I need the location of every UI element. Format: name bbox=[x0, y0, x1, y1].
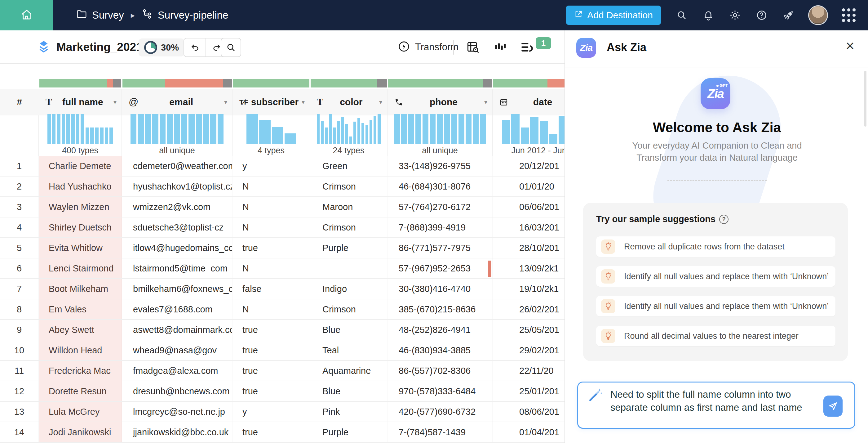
rocket-icon[interactable] bbox=[782, 9, 794, 21]
row-number[interactable]: 13 bbox=[0, 402, 39, 422]
user-avatar[interactable] bbox=[809, 6, 827, 24]
cell-full-name[interactable]: Jodi Janikowski bbox=[39, 422, 122, 442]
cell-date[interactable]: 01/01/20 bbox=[493, 177, 564, 196]
row-number[interactable]: 11 bbox=[0, 361, 39, 381]
cell-full-name[interactable]: Dorette Resun bbox=[39, 381, 122, 401]
cell-color[interactable]: Purple bbox=[310, 422, 388, 442]
cell-full-name[interactable]: Abey Swett bbox=[39, 320, 122, 340]
cell-subscriber[interactable]: N bbox=[232, 258, 310, 278]
column-menu-caret-icon[interactable]: ▾ bbox=[302, 98, 305, 106]
column-menu-caret-icon[interactable]: ▾ bbox=[379, 98, 382, 106]
cell-email[interactable]: sduetsche3@toplist-cz bbox=[122, 217, 232, 237]
breadcrumb-project[interactable]: Survey bbox=[76, 8, 124, 22]
home-button[interactable] bbox=[0, 0, 53, 30]
row-number[interactable]: 8 bbox=[0, 299, 39, 319]
column-header-phone[interactable]: phone▾ bbox=[388, 89, 493, 115]
cell-phone[interactable]: 970-(578)333-6484 bbox=[388, 381, 493, 401]
table-row[interactable]: 14Jodi Janikowskijjanikowskid@bbc.co.ukt… bbox=[0, 422, 564, 443]
cell-subscriber[interactable]: N bbox=[232, 217, 310, 237]
cell-phone[interactable]: 46-(684)301-8076 bbox=[388, 177, 493, 196]
table-row[interactable]: 7Boot Milkehambmilkeham6@foxnews_cofalse… bbox=[0, 279, 564, 299]
table-row[interactable]: 10Willdon Headwhead9@nasa@govtrueTeal46-… bbox=[0, 340, 564, 361]
column-histogram-subscriber[interactable]: 4 types bbox=[232, 115, 310, 156]
cell-color[interactable]: Purple bbox=[310, 238, 388, 258]
table-row[interactable]: 9Abey Swettaswett8@domainmark.comtrueBlu… bbox=[0, 320, 564, 340]
row-number[interactable]: 10 bbox=[0, 340, 39, 360]
breadcrumb-pipeline[interactable]: Survey-pipeline bbox=[142, 8, 228, 22]
suggestion-card[interactable]: Identify all null values and replace the… bbox=[596, 296, 835, 317]
cell-email[interactable]: bmilkeham6@foxnews_co bbox=[122, 279, 232, 299]
column-histogram-color[interactable]: 24 types bbox=[310, 115, 388, 156]
cell-full-name[interactable]: Evita Whitlow bbox=[39, 238, 122, 258]
cell-email[interactable]: fmadgea@alexa.com bbox=[122, 361, 232, 381]
cell-email[interactable]: cdemeter0@weather.com bbox=[122, 156, 232, 176]
applied-steps-icon[interactable] bbox=[520, 30, 534, 64]
cell-color[interactable]: Crimson bbox=[310, 217, 388, 237]
cell-phone[interactable]: 30-(380)416-4740 bbox=[388, 279, 493, 299]
cell-color[interactable]: Maroon bbox=[310, 197, 388, 217]
cell-phone[interactable]: 7-(868)399-4919 bbox=[388, 217, 493, 237]
cell-full-name[interactable]: Boot Milkeham bbox=[39, 279, 122, 299]
cell-color[interactable]: Green bbox=[310, 156, 388, 176]
suggestion-card[interactable]: Identify all null values and replace the… bbox=[596, 266, 835, 287]
cell-date[interactable]: 19/10/2k1 bbox=[493, 279, 564, 299]
cell-subscriber[interactable]: true bbox=[232, 238, 310, 258]
cell-date[interactable]: 01/04/201 bbox=[493, 422, 564, 442]
cell-color[interactable]: Crimson bbox=[310, 177, 388, 196]
cell-email[interactable]: lstairmond5@time_com bbox=[122, 258, 232, 278]
data-quality-pill[interactable]: 30% bbox=[138, 38, 184, 56]
cell-email[interactable]: evales7@1688.com bbox=[122, 299, 232, 319]
cell-email[interactable]: itlow4@hugedomains_com bbox=[122, 238, 232, 258]
cell-email[interactable]: hyushachkov1@toplist.cz bbox=[122, 177, 232, 196]
table-row[interactable]: 13Lula McGreylmcgreyc@so-net.ne.jpyPink4… bbox=[0, 402, 564, 422]
cell-date[interactable]: 16/03/201 bbox=[493, 217, 564, 237]
undo-button[interactable] bbox=[184, 38, 206, 56]
column-histogram-full-name[interactable]: 400 types bbox=[39, 115, 122, 156]
zia-prompt-input[interactable]: Need to split the full name column into … bbox=[577, 382, 855, 429]
suggestion-card[interactable]: Remove all duplicate rows from the datas… bbox=[596, 236, 835, 257]
cell-email[interactable]: lmcgreyc@so-net.ne.jp bbox=[122, 402, 232, 422]
cell-date[interactable]: 20/12/201 bbox=[493, 156, 564, 176]
column-menu-caret-icon[interactable]: ▾ bbox=[114, 98, 117, 106]
cell-full-name[interactable]: Lula McGrey bbox=[39, 402, 122, 422]
cell-date[interactable]: 29/02/201 bbox=[493, 340, 564, 360]
notifications-bell-icon[interactable] bbox=[703, 9, 714, 21]
cell-color[interactable]: Pink bbox=[310, 402, 388, 422]
cell-full-name[interactable]: Had Yushachko bbox=[39, 177, 122, 196]
cell-subscriber[interactable]: y bbox=[232, 402, 310, 422]
cell-subscriber[interactable]: N bbox=[232, 197, 310, 217]
column-stats-icon[interactable] bbox=[494, 30, 506, 64]
cell-phone[interactable]: 86-(771)577-7975 bbox=[388, 238, 493, 258]
column-header-date[interactable]: date▾ bbox=[493, 89, 564, 115]
table-row[interactable]: 1Charlie Demetecdemeter0@weather.comyGre… bbox=[0, 156, 564, 177]
cell-subscriber[interactable]: true bbox=[232, 340, 310, 360]
cell-subscriber[interactable]: true bbox=[232, 422, 310, 442]
cell-subscriber[interactable]: true bbox=[232, 361, 310, 381]
cell-date[interactable]: 13/09/2k1 bbox=[493, 258, 564, 278]
transform-button[interactable]: Transform bbox=[398, 30, 459, 64]
add-destination-button[interactable]: Add Destination bbox=[566, 6, 661, 25]
cell-phone[interactable]: 7-(784)587-1439 bbox=[388, 422, 493, 442]
column-histogram-date[interactable]: Jun 2012 - Jun bbox=[493, 115, 564, 156]
cell-color[interactable]: Aquamarine bbox=[310, 361, 388, 381]
send-button[interactable] bbox=[824, 395, 843, 417]
help-icon[interactable] bbox=[756, 9, 768, 21]
cell-date[interactable]: 25/01/201 bbox=[493, 381, 564, 401]
close-icon[interactable]: × bbox=[846, 37, 855, 54]
table-row[interactable]: 5Evita Whitlowitlow4@hugedomains_comtrue… bbox=[0, 238, 564, 258]
search-icon[interactable] bbox=[676, 9, 688, 21]
row-number[interactable]: 9 bbox=[0, 320, 39, 340]
row-number[interactable]: 14 bbox=[0, 422, 39, 442]
table-row[interactable]: 4Shirley Duetschsduetsche3@toplist-czNCr… bbox=[0, 217, 564, 238]
cell-color[interactable]: Crimson bbox=[310, 299, 388, 319]
table-row[interactable]: 8Em Valesevales7@1688.comNCrimson385-(67… bbox=[0, 299, 564, 320]
cell-email[interactable]: wmizzen2@vk.com bbox=[122, 197, 232, 217]
cell-phone[interactable]: 33-(148)926-9755 bbox=[388, 156, 493, 176]
cell-date[interactable]: 28/10/201 bbox=[493, 238, 564, 258]
cell-subscriber[interactable]: true bbox=[232, 320, 310, 340]
table-search-button[interactable] bbox=[221, 38, 241, 57]
cell-subscriber[interactable]: N bbox=[232, 299, 310, 319]
settings-gear-icon[interactable] bbox=[729, 9, 741, 21]
apps-grid-icon[interactable] bbox=[842, 8, 856, 22]
cell-full-name[interactable]: Shirley Duetsch bbox=[39, 217, 122, 237]
